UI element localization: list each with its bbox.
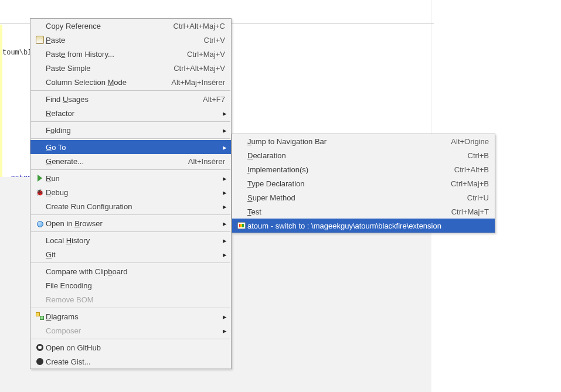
menu-composer: Composer ▸ <box>30 323 231 338</box>
menu-goto[interactable]: Go To ▸ <box>30 140 231 154</box>
menu-label: Implementation(s) <box>247 165 308 174</box>
menu-label: Jump to Navigation Bar <box>247 137 327 146</box>
menu-shortcut: Ctrl+Maj+V <box>169 50 225 59</box>
menu-label: Type Declaration <box>247 179 305 188</box>
menu-shortcut: Ctrl+Alt+Maj+C <box>156 22 226 30</box>
atoum-icon <box>236 222 247 229</box>
menu-label: Open on GitHub <box>46 343 101 352</box>
menu-label: Go To <box>46 143 66 152</box>
menu-label: Local History <box>46 236 90 245</box>
menu-column-selection[interactable]: Column Selection Mode Alt+Maj+Insérer <box>30 75 231 89</box>
menu-shortcut: Ctrl+Maj+B <box>433 179 489 188</box>
menu-paste-history[interactable]: Paste from History... Ctrl+Maj+V <box>30 47 231 61</box>
submenu-arrow-icon: ▸ <box>218 326 225 335</box>
menu-diagrams[interactable]: Diagrams ▸ <box>30 309 231 323</box>
menu-find-usages[interactable]: Find Usages Alt+F7 <box>30 92 231 106</box>
menu-separator <box>31 121 230 122</box>
menu-shortcut: Ctrl+V <box>186 36 225 45</box>
submenu-arrow-icon: ▸ <box>218 250 225 259</box>
menu-label: Diagrams <box>46 312 79 321</box>
menu-generate[interactable]: Generate... Alt+Insérer <box>30 154 231 168</box>
menu-label: Paste from History... <box>46 50 114 59</box>
menu-label: Run <box>46 174 60 183</box>
menu-label: Test <box>247 207 261 216</box>
menu-separator <box>31 308 230 308</box>
submenu-atoum-switch[interactable]: atoum - switch to : \mageekguy\atoum\bla… <box>232 219 495 233</box>
menu-label: Composer <box>46 326 81 335</box>
github-icon <box>34 344 46 351</box>
menu-shortcut: Alt+Maj+Insérer <box>154 78 225 87</box>
menu-remove-bom: Remove BOM <box>30 292 231 306</box>
menu-shortcut: Ctrl+Alt+B <box>437 165 489 174</box>
menu-create-run-config[interactable]: Create Run Configuration ▸ <box>30 199 231 213</box>
menu-label: Generate... <box>46 157 84 166</box>
menu-run[interactable]: Run ▸ <box>30 171 231 185</box>
menu-label: atoum - switch to : \mageekguy\atoum\bla… <box>247 221 441 230</box>
menu-label: Column Selection Mode <box>46 78 127 87</box>
menu-separator <box>31 169 230 170</box>
menu-label: Refactor <box>46 109 74 118</box>
menu-label: Paste Simple <box>46 64 91 73</box>
menu-create-gist[interactable]: Create Gist... <box>30 354 231 369</box>
menu-copy-reference[interactable]: Copy Reference Ctrl+Alt+Maj+C <box>30 19 231 33</box>
menu-paste-simple[interactable]: Paste Simple Ctrl+Alt+Maj+V <box>30 61 231 75</box>
menu-label: Create Run Configuration <box>46 202 132 211</box>
menu-separator <box>31 90 230 91</box>
menu-shortcut: Ctrl+Alt+Maj+V <box>156 64 225 73</box>
menu-label: Create Gist... <box>46 357 91 366</box>
globe-icon <box>34 220 46 227</box>
context-menu: Copy Reference Ctrl+Alt+Maj+C Paste Ctrl… <box>30 18 232 369</box>
menu-paste[interactable]: Paste Ctrl+V <box>30 33 231 47</box>
submenu-type-declaration[interactable]: Type Declaration Ctrl+Maj+B <box>232 176 495 190</box>
menu-shortcut: Alt+Origine <box>433 137 489 146</box>
submenu-super-method[interactable]: Super Method Ctrl+U <box>232 190 495 204</box>
submenu-arrow-icon: ▸ <box>218 109 225 118</box>
menu-label: Paste <box>46 36 65 45</box>
submenu-arrow-icon: ▸ <box>218 236 225 245</box>
menu-compare-clipboard[interactable]: Compare with Clipboard <box>30 264 231 278</box>
debug-icon <box>34 188 46 196</box>
menu-label: Compare with Clipboard <box>46 267 127 276</box>
menu-shortcut: Ctrl+B <box>450 151 489 160</box>
submenu-arrow-icon: ▸ <box>218 188 225 197</box>
submenu-arrow-icon: ▸ <box>218 202 225 211</box>
menu-file-encoding[interactable]: File Encoding <box>30 278 231 292</box>
submenu-jump-navbar[interactable]: Jump to Navigation Bar Alt+Origine <box>232 134 495 148</box>
menu-label: Open in Browser <box>46 219 103 228</box>
paste-icon <box>34 36 46 44</box>
menu-debug[interactable]: Debug ▸ <box>30 185 231 199</box>
menu-refactor[interactable]: Refactor ▸ <box>30 106 231 120</box>
menu-separator <box>31 339 230 339</box>
menu-label: Find Usages <box>46 95 89 104</box>
menu-open-github[interactable]: Open on GitHub <box>30 340 231 354</box>
submenu-test[interactable]: Test Ctrl+Maj+T <box>232 204 495 219</box>
menu-label: Debug <box>46 188 68 197</box>
menu-label: Super Method <box>247 193 295 202</box>
menu-label: File Encoding <box>46 281 92 290</box>
menu-label: Folding <box>46 126 71 135</box>
menu-local-history[interactable]: Local History ▸ <box>30 233 231 247</box>
submenu-declaration[interactable]: Declaration Ctrl+B <box>232 148 495 162</box>
menu-folding[interactable]: Folding ▸ <box>30 123 231 137</box>
submenu-arrow-icon: ▸ <box>218 312 225 321</box>
submenu-arrow-icon: ▸ <box>218 143 225 152</box>
github-icon <box>34 358 46 365</box>
menu-separator <box>31 138 230 139</box>
submenu-arrow-icon: ▸ <box>218 126 225 135</box>
submenu-arrow-icon: ▸ <box>218 219 225 228</box>
menu-label: Copy Reference <box>46 22 101 30</box>
goto-submenu: Jump to Navigation Bar Alt+Origine Decla… <box>232 134 495 233</box>
menu-git[interactable]: Git ▸ <box>30 247 231 261</box>
menu-separator <box>31 263 230 263</box>
menu-label: Remove BOM <box>46 295 94 304</box>
menu-shortcut: Ctrl+U <box>450 193 489 202</box>
submenu-arrow-icon: ▸ <box>218 174 225 183</box>
menu-label: Git <box>46 250 56 259</box>
menu-open-browser[interactable]: Open in Browser ▸ <box>30 216 231 230</box>
menu-label: Declaration <box>247 151 286 160</box>
submenu-implementations[interactable]: Implementation(s) Ctrl+Alt+B <box>232 162 495 176</box>
menu-shortcut: Alt+Insérer <box>171 157 225 166</box>
menu-shortcut: Alt+F7 <box>185 95 225 104</box>
gutter-highlight <box>0 25 2 177</box>
menu-separator <box>31 214 230 215</box>
